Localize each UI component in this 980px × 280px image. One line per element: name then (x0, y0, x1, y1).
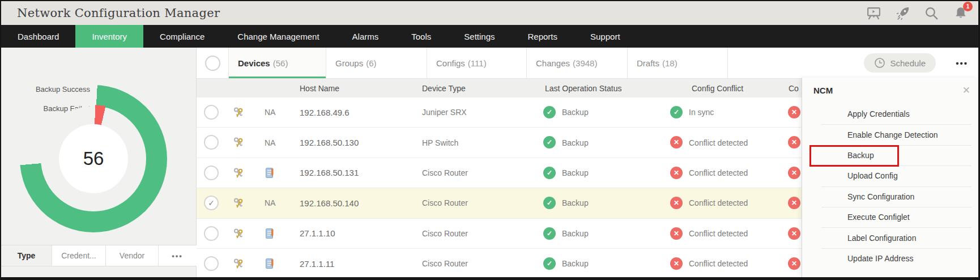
device-type: Cisco Router (422, 249, 468, 278)
row-extra: NA (265, 128, 275, 157)
config-notepad-icon (266, 228, 274, 239)
conflict-error-icon: ✕ (670, 197, 683, 209)
search-icon[interactable] (924, 6, 939, 21)
menu-backup[interactable]: Backup (802, 145, 978, 166)
tab-groups[interactable]: Groups (6) (326, 48, 427, 78)
view-tabs: Devices (56) Groups (6) Configs (111) Ch… (197, 48, 978, 79)
row-checkbox-checked[interactable]: ✓ (204, 196, 219, 210)
nav-tools[interactable]: Tools (395, 25, 448, 48)
row-checkbox[interactable] (204, 105, 219, 120)
conflict-error-icon: ✕ (670, 257, 683, 270)
nav-support[interactable]: Support (574, 25, 637, 48)
sidebar-tab-type[interactable]: Type (1, 245, 52, 266)
status-text: Backup (562, 97, 589, 127)
app-title: Network Configuration Manager (17, 6, 220, 20)
title-bar: Network Configuration Manager (1, 1, 978, 25)
titlebar-icons: 1 (866, 1, 968, 25)
col-last-operation-status: Last Operation Status (545, 79, 621, 97)
device-type: Juniper SRX (422, 97, 467, 127)
status-text: Backup (562, 188, 589, 218)
col-device-type: Device Type (422, 79, 466, 97)
menu-label-configuration[interactable]: Label Configuration (802, 227, 978, 248)
row-checkbox[interactable] (204, 135, 219, 150)
status-success-icon: ✓ (543, 106, 556, 118)
more-actions-icon[interactable]: ••• (956, 48, 968, 79)
nav-settings[interactable]: Settings (448, 25, 511, 48)
status-text: Backup (562, 249, 589, 278)
row-checkbox[interactable] (204, 256, 219, 271)
app-window: Network Configuration Manager (0, 0, 980, 280)
credentials-keys-icon (232, 197, 245, 210)
nav-dashboard[interactable]: Dashboard (1, 25, 75, 48)
schedule-button[interactable]: Schedule (864, 53, 936, 73)
ncm-actions-panel: NCM ✕ Apply Credentials Enable Change De… (802, 78, 978, 277)
status-success-icon: ✓ (543, 167, 556, 179)
status-text: Backup (562, 158, 589, 188)
conflict-error-icon: ✕ (670, 227, 683, 240)
row-extra: NA (265, 97, 275, 127)
host-name: 192.168.50.140 (300, 188, 359, 218)
select-all-checkbox[interactable] (205, 56, 220, 71)
device-type: Cisco Router (422, 158, 468, 188)
conflict-error-icon: ✕ (670, 136, 683, 149)
sidebar-tab-credential[interactable]: Credent... (52, 245, 106, 266)
device-type: Cisco Router (422, 188, 468, 218)
notifications-bell-icon[interactable]: 1 (953, 6, 968, 21)
credentials-keys-icon (232, 257, 245, 271)
panel-title: NCM (813, 86, 833, 95)
status-success-icon: ✓ (543, 197, 556, 209)
conflict-text: Conflict detected (689, 128, 748, 157)
menu-enable-change-detection[interactable]: Enable Change Detection (802, 124, 978, 145)
credentials-keys-icon (232, 136, 245, 150)
nav-change-management[interactable]: Change Management (221, 25, 335, 48)
panel-header: NCM ✕ (802, 78, 978, 103)
host-name: 192.168.49.6 (300, 97, 350, 127)
conflict-text: Conflict detected (689, 249, 748, 278)
config-notepad-icon (266, 258, 274, 269)
tab-changes[interactable]: Changes (3948) (527, 48, 628, 78)
tab-drafts[interactable]: Drafts (18) (628, 48, 728, 78)
rightmost-error-icon: ✕ (788, 136, 800, 149)
col-config-conflict: Config Conflict (692, 79, 743, 97)
menu-execute-configlet[interactable]: Execute Configlet (802, 207, 978, 227)
tab-devices[interactable]: Devices (56) (229, 48, 326, 78)
device-type: Cisco Router (422, 219, 468, 248)
menu-sync-configuration[interactable]: Sync Configuration (802, 186, 978, 207)
sidebar-filter-tabs: Type Credent... Vendor ••• (1, 245, 197, 266)
row-checkbox[interactable] (204, 166, 219, 180)
select-all-cell (197, 48, 229, 78)
nav-compliance[interactable]: Compliance (143, 25, 221, 48)
credentials-keys-icon (232, 167, 245, 180)
close-icon[interactable]: ✕ (962, 84, 970, 96)
conflict-text: In sync (689, 97, 714, 127)
presentation-icon[interactable] (866, 6, 881, 21)
sidebar-tab-vendor[interactable]: Vendor (106, 245, 159, 266)
status-text: Backup (562, 219, 589, 248)
clock-icon (874, 57, 885, 69)
nav-alarms[interactable]: Alarms (336, 25, 395, 48)
menu-update-ip-address[interactable]: Update IP Address (802, 248, 978, 269)
rightmost-error-icon: ✕ (788, 106, 800, 118)
host-name: 192.168.50.130 (300, 128, 359, 157)
conflict-text: Conflict detected (689, 158, 748, 188)
col-host-name: Host Name (300, 79, 339, 97)
sidebar-more-tabs-icon[interactable]: ••• (159, 245, 196, 266)
nav-inventory[interactable]: Inventory (75, 25, 143, 48)
host-name: 192.168.50.131 (300, 158, 359, 188)
status-text: Backup (562, 128, 589, 157)
menu-upload-config[interactable]: Upload Config (802, 166, 978, 186)
row-checkbox[interactable] (204, 226, 219, 241)
menu-apply-credentials[interactable]: Apply Credentials (802, 104, 978, 124)
panel-menu: Apply Credentials Enable Change Detectio… (802, 104, 978, 269)
rocket-icon[interactable] (895, 6, 910, 21)
status-success-icon: ✓ (543, 136, 556, 149)
host-name: 27.1.1.10 (300, 219, 335, 248)
conflict-ok-icon: ✓ (670, 106, 683, 118)
rightmost-error-icon: ✕ (788, 227, 800, 240)
nav-reports[interactable]: Reports (511, 25, 574, 48)
donut-center-count: 56 (59, 124, 128, 193)
rightmost-error-icon: ✕ (788, 257, 800, 270)
sidebar: Backup Success Backup Failed 56 Type Cre… (1, 48, 197, 277)
tab-configs[interactable]: Configs (111) (427, 48, 527, 78)
col-truncated: Co (789, 79, 799, 97)
